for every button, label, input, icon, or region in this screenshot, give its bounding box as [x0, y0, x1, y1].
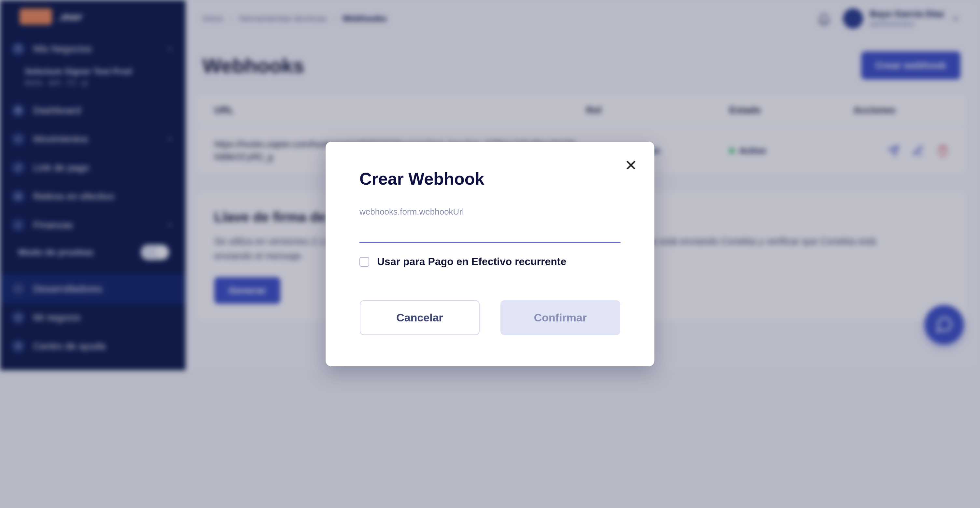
webhook-url-label: webhooks.form.webhookUrl: [360, 207, 620, 217]
close-icon[interactable]: [624, 158, 638, 172]
webhook-url-input[interactable]: [360, 217, 620, 243]
modal-title: Crear Webhook: [360, 169, 620, 188]
recurring-cash-label: Usar para Pago en Efectivo recurrente: [377, 256, 566, 268]
confirm-button[interactable]: Confirmar: [500, 300, 620, 335]
recurring-cash-checkbox[interactable]: [360, 257, 369, 267]
create-webhook-modal: Crear Webhook webhooks.form.webhookUrl U…: [326, 142, 654, 366]
cancel-button[interactable]: Cancelar: [360, 300, 480, 335]
